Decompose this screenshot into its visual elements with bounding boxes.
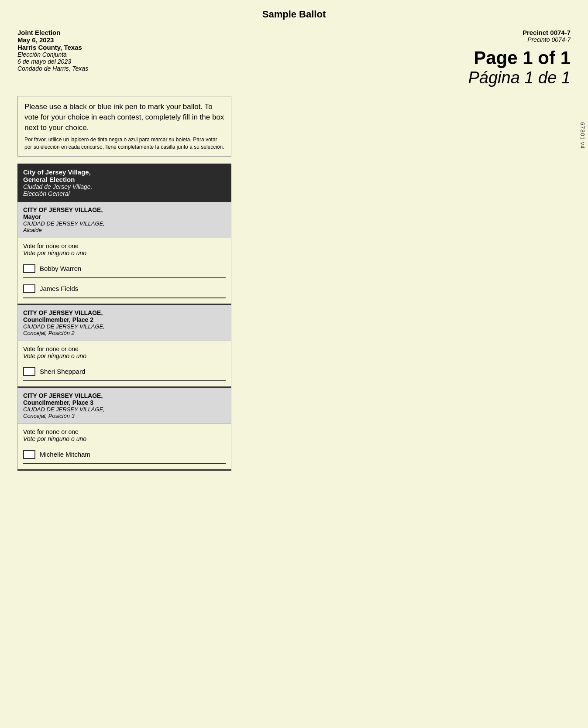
page-number-es: Página 1 de 1 (294, 68, 571, 87)
election-date: May 6, 2023 (17, 36, 294, 44)
candidate-name-bobby-warren: Bobby Warren (40, 265, 81, 272)
election-date-es: 6 de mayo del 2023 (17, 58, 294, 65)
vote-box-michelle-mitcham[interactable] (23, 450, 35, 459)
vote-text-en: Vote for none or one (23, 243, 226, 250)
race-mayor-vote-instruction: Vote for none or one Vote por ninguno o … (17, 238, 231, 261)
page-number: Page 1 of 1 (294, 48, 571, 68)
race-mayor-title-es-1: CIUDAD DE JERSEY VILLAGE, (23, 220, 226, 227)
candidate-row-sheri-sheppard: Sheri Sheppard (23, 367, 226, 381)
candidate-row-michelle-mitcham: Michelle Mitcham (23, 450, 226, 464)
candidate-row-james-fields: James Fields (23, 284, 226, 298)
candidate-name-michelle-mitcham: Michelle Mitcham (40, 451, 90, 458)
vote-box-james-fields[interactable] (23, 284, 35, 293)
header-right: Precinct 0074-7 Precinto 0074-7 Page 1 o… (294, 29, 571, 87)
race-councilmember-2: CITY OF JERSEY VILLAGE, Councilmember, P… (17, 304, 231, 386)
candidate-name-sheri-sheppard: Sheri Sheppard (40, 368, 85, 375)
race-mayor: CITY OF JERSEY VILLAGE, Mayor CIUDAD DE … (17, 202, 231, 304)
contest-header: City of Jersey Village,General Election … (17, 164, 231, 202)
vote-text-en-cm3: Vote for none or one (23, 428, 226, 435)
contest-block-jersey-village: City of Jersey Village,General Election … (17, 164, 231, 471)
race-cm3-title-es-2: Concejal, Posición 3 (23, 413, 226, 419)
vote-box-bobby-warren[interactable] (23, 264, 35, 273)
race-cm2-header: CITY OF JERSEY VILLAGE, Councilmember, P… (17, 305, 231, 341)
race-cm2-vote-instruction: Vote for none or one Vote por ninguno o … (17, 341, 231, 364)
race-cm3-title-en-1: CITY OF JERSEY VILLAGE, (23, 392, 226, 399)
content-area: Please use a black or blue ink pen to ma… (17, 96, 231, 471)
race-cm2-title-es-2: Concejal, Posición 2 (23, 330, 226, 336)
race-cm2-candidates: Sheri Sheppard (17, 364, 231, 386)
race-councilmember-3: CITY OF JERSEY VILLAGE, Councilmember, P… (17, 386, 231, 469)
candidate-name-james-fields: James Fields (40, 285, 78, 292)
contest-header-title-es: Ciudad de Jersey Village,Elección Genera… (23, 183, 226, 197)
vote-text-es-cm3: Vote por ninguno o uno (23, 435, 226, 442)
instructions-sub: Por favor, utilice un lapicero de tinta … (24, 136, 224, 151)
candidate-row-bobby-warren: Bobby Warren (23, 264, 226, 278)
precinct-number: Precinct 0074-7 (294, 29, 571, 36)
race-cm2-title-es-1: CIUDAD DE JERSEY VILLAGE, (23, 323, 226, 330)
header-section: Joint Election May 6, 2023 Harris County… (17, 29, 571, 87)
race-mayor-title-en-2: Mayor (23, 213, 226, 220)
vote-box-sheri-sheppard[interactable] (23, 367, 35, 376)
race-mayor-candidates: Bobby Warren James Fields (17, 261, 231, 304)
race-cm2-title-en-1: CITY OF JERSEY VILLAGE, (23, 309, 226, 316)
election-county: Harris County, Texas (17, 44, 294, 51)
header-left: Joint Election May 6, 2023 Harris County… (17, 29, 294, 87)
race-cm3-vote-instruction: Vote for none or one Vote por ninguno o … (17, 424, 231, 447)
election-title-es: Elección Conjunta (17, 51, 294, 58)
race-mayor-title-en-1: CITY OF JERSEY VILLAGE, (23, 206, 226, 213)
race-mayor-title-es-2: Alcalde (23, 227, 226, 233)
race-cm3-candidates: Michelle Mitcham (17, 447, 231, 469)
precinct-number-es: Precinto 0074-7 (294, 36, 571, 43)
race-mayor-header: CITY OF JERSEY VILLAGE, Mayor CIUDAD DE … (17, 202, 231, 238)
race-cm3-title-en-2: Councilmember, Place 3 (23, 399, 226, 406)
race-cm3-title-es-1: CIUDAD DE JERSEY VILLAGE, (23, 406, 226, 413)
election-county-es: Condado de Harris, Texas (17, 65, 294, 72)
side-label: 67301 v4 (579, 122, 586, 149)
election-title: Joint Election (17, 29, 294, 36)
instructions-main: Please use a black or blue ink pen to ma… (24, 102, 224, 133)
vote-text-es: Vote por ninguno o uno (23, 250, 226, 256)
page-title: Sample Ballot (17, 9, 571, 20)
race-cm2-title-en-2: Councilmember, Place 2 (23, 316, 226, 323)
vote-text-en-cm2: Vote for none or one (23, 345, 226, 352)
contest-header-title-en: City of Jersey Village,General Election (23, 168, 226, 183)
race-cm3-header: CITY OF JERSEY VILLAGE, Councilmember, P… (17, 388, 231, 424)
instructions-box: Please use a black or blue ink pen to ma… (17, 96, 231, 157)
vote-text-es-cm2: Vote por ninguno o uno (23, 352, 226, 359)
